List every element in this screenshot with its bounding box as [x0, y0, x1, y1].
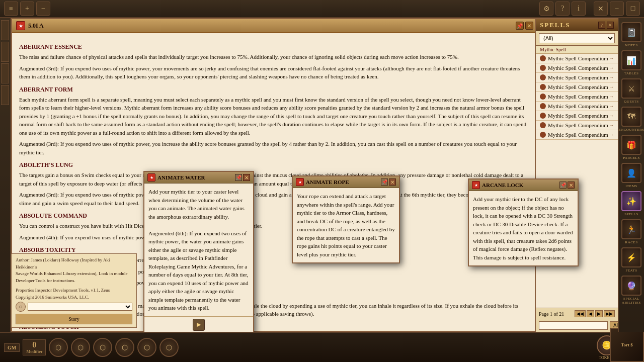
items-wrapper: 👤 Items: [621, 163, 641, 188]
settings-icon[interactable]: ⚙: [539, 2, 553, 16]
spell-item-3[interactable]: Mythic Spell Compendium →: [536, 82, 618, 92]
spells-filter-dropdown[interactable]: (All): [539, 33, 615, 43]
arcane-lock-close[interactable]: ✕: [568, 182, 575, 189]
zoom-out-icon[interactable]: −: [36, 2, 50, 16]
races-label: Races: [625, 240, 637, 244]
info-icon[interactable]: i: [572, 2, 586, 16]
pin-btn[interactable]: 📌: [516, 22, 524, 30]
pagination-first[interactable]: ◀◀: [575, 310, 586, 317]
modifier-display: 0 Modifier: [23, 339, 46, 355]
encounters-wrapper: 🗺 Encounters: [618, 107, 644, 132]
feats-wrapper: ⚡ Feats: [621, 247, 641, 273]
spell-item-1[interactable]: Mythic Spell Compendium →: [536, 63, 618, 73]
dice-d20[interactable]: ⬡: [159, 338, 179, 357]
animate-water-play[interactable]: ▶: [193, 319, 205, 331]
animate-rope-close[interactable]: ✕: [389, 178, 396, 186]
animate-rope-header: ★ ANIMATE ROPE 📌 ✕: [293, 176, 399, 188]
modifier-value: 0: [32, 341, 36, 349]
spell-icon-8: [540, 132, 546, 138]
notes-icon[interactable]: 📓: [621, 22, 641, 42]
section-aberrant-form-title: ABERRANT FORM: [19, 86, 530, 94]
main-close-btn[interactable]: ✕: [525, 22, 533, 30]
pagination-last[interactable]: ▶▶: [604, 310, 615, 317]
spells-wrapper: ✨ Spells: [621, 191, 641, 216]
arcane-lock-header: ★ ARCANE LOCK 📌 ✕: [469, 179, 578, 191]
spell-item-5[interactable]: Mythic Spell Compendium →: [536, 102, 618, 111]
spell-arrow-7: →: [609, 123, 614, 128]
arcane-lock-pin[interactable]: 📌: [559, 182, 567, 189]
animate-rope-pin[interactable]: 📌: [381, 178, 388, 186]
animate-water-footer: ▶: [144, 316, 253, 333]
parcels-icon[interactable]: 🎁: [621, 135, 641, 155]
animate-water-close[interactable]: ✕: [243, 174, 250, 181]
spells-search-area: All ✕: [536, 319, 618, 332]
tables-label: Tables: [624, 71, 639, 75]
expand-icon[interactable]: □: [626, 2, 640, 16]
close-icon[interactable]: ✕: [594, 2, 608, 16]
help-icon[interactable]: ?: [555, 2, 570, 16]
zoom-in-icon[interactable]: +: [20, 2, 34, 16]
animate-water-content: Add your mythic tier to your caster leve…: [144, 184, 253, 316]
encounters-icon[interactable]: 🗺: [621, 107, 641, 127]
pagination-text: Page 1 of 21: [539, 311, 564, 317]
menu-icon[interactable]: ≡: [4, 2, 18, 16]
tort-btn[interactable]: Tort $: [610, 328, 644, 362]
spells-action-icon[interactable]: ✨: [621, 191, 641, 211]
feats-label: Feats: [625, 268, 637, 273]
spell-icon-7: [540, 122, 546, 128]
section-absorb-toxicity-title: ABSORB TOXICITY: [19, 246, 530, 254]
items-icon[interactable]: 👤: [621, 163, 641, 183]
dice-d12[interactable]: ⬡: [137, 338, 156, 357]
spell-item-6[interactable]: Mythic Spell Compendium →: [536, 111, 618, 121]
spells-title: SPELLS: [540, 21, 570, 29]
left-bar-btn-3[interactable]: [1, 63, 9, 83]
section-aberrant-essence-text: The miss and failure chance of physical …: [19, 53, 530, 61]
minimize-icon[interactable]: –: [610, 2, 624, 16]
spell-item-8[interactable]: Mythic Spell Compendium →: [536, 130, 618, 140]
author-line1: Author: James (Loklare) Holloway (Inspir…: [16, 257, 132, 270]
section-aberrant-form-aug: Augmented (3rd): If you expend two uses …: [19, 140, 530, 156]
spell-arrow-3: →: [609, 84, 614, 89]
pagination-next[interactable]: ▶: [595, 310, 603, 317]
spell-arrow-5: →: [609, 104, 614, 109]
feats-icon[interactable]: ⚡: [621, 247, 641, 267]
section-aboleth-lung-text: The targets gain a bonus on Swim checks …: [19, 171, 530, 188]
left-bar-btn-2[interactable]: [1, 42, 9, 62]
dice-d4[interactable]: ⬡: [49, 338, 68, 357]
left-bar-btn-1[interactable]: [1, 20, 9, 40]
pagination-prev[interactable]: ◀: [587, 310, 594, 317]
dice-d6[interactable]: ⬡: [71, 338, 90, 357]
arcane-lock-title: ARCANE LOCK: [482, 182, 523, 188]
spell-arrow-6: →: [609, 113, 614, 118]
quests-icon[interactable]: ⚔: [621, 78, 641, 99]
animate-water-pin[interactable]: 📌: [235, 174, 242, 181]
arcane-lock-content: Add your mythic tier to the DC of any lo…: [469, 191, 578, 265]
spells-help-btn[interactable]: ?: [598, 22, 605, 29]
special-abilities-icon[interactable]: 🔮: [621, 276, 641, 296]
animate-water-header: ★ ANIMATE WATER 📌 ✕: [144, 172, 253, 184]
spell-item-7[interactable]: Mythic Spell Compendium →: [536, 121, 618, 130]
spells-action-label: Spells: [624, 212, 638, 216]
races-icon[interactable]: 🏃: [621, 219, 641, 239]
dice-d8[interactable]: ⬡: [93, 338, 112, 357]
story-btn[interactable]: Story: [16, 314, 132, 324]
spell-item-0[interactable]: Mythic Spell Compendium →: [536, 54, 618, 63]
left-bar-btn-4[interactable]: [1, 85, 9, 105]
dice-d10[interactable]: ⬡: [115, 338, 134, 357]
tables-icon[interactable]: 📊: [621, 50, 641, 70]
header-icon: ★: [16, 21, 25, 30]
spells-header: SPELLS ? ✕: [536, 19, 618, 31]
spell-arrow-1: →: [609, 65, 614, 70]
spell-item-2[interactable]: Mythic Spell Compendium →: [536, 73, 618, 82]
animate-water-popup: ★ ANIMATE WATER 📌 ✕ Add your mythic tier…: [143, 171, 254, 334]
bottom-bar: GM 0 Modifier ⬡ ⬡ ⬡ ⬡ ⬡ ⬡ 🪙 Tokens 📚 Lib…: [0, 332, 644, 362]
story-dropdown[interactable]: [28, 303, 132, 311]
spell-arrow-8: →: [609, 132, 614, 137]
right-action-panel: 📓 Notes 📊 Tables ⚔ Quests 🗺 Encounters 🎁…: [618, 18, 644, 332]
spell-item-4[interactable]: Mythic Spell Compendium →: [536, 92, 618, 102]
quests-wrapper: ⚔ Quests: [621, 78, 641, 104]
animate-rope-icon: ★: [296, 178, 304, 186]
spells-search-input[interactable]: [539, 321, 608, 330]
gm-tag: GM: [4, 343, 20, 352]
spells-close-btn[interactable]: ✕: [607, 22, 614, 29]
